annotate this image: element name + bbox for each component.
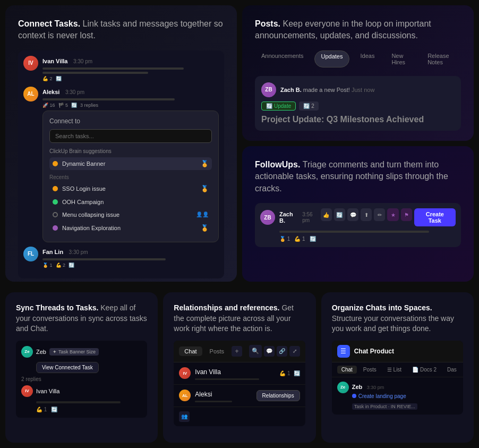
task-label-menu: Menu collapsing issue	[62, 212, 192, 218]
action-share[interactable]: ⬆	[361, 208, 372, 221]
sync-bar	[36, 401, 121, 403]
rel-ivan-reactions: 💪 1 🔄	[279, 370, 300, 376]
msg-name-fanlin: Fan Lin	[42, 249, 63, 255]
task-item-ooh[interactable]: OOH Campaign	[49, 196, 212, 208]
task-link-meta: Task in Product · IN REVIE...	[352, 401, 458, 410]
tab-updates[interactable]: Updates	[314, 50, 350, 67]
reaction-muscle-followup: 💪 1	[294, 236, 305, 242]
task-dot-menu	[53, 212, 58, 217]
avatar-zeb-sync: Ze	[21, 346, 33, 358]
sync-msg-zeb: Ze Zeb ✦ Task Banner Size	[21, 346, 142, 358]
rel-tab-plus[interactable]: +	[232, 346, 242, 357]
tab-new-hires[interactable]: New Hires	[385, 50, 417, 67]
msg-reactions-fanlin: 🏅 1 💪 2 🔄	[42, 263, 219, 268]
brain-suggestions-label: ClickUp Brain suggestions	[49, 148, 212, 154]
msg-content-aleksi: Aleksi 3:30 pm 🚀 16 🏴 5 🔄 3 replies	[42, 87, 219, 108]
msg-name-aleksi: Aleksi	[42, 89, 59, 95]
task-dot-orange	[53, 161, 58, 166]
action-cycle[interactable]: 🔄	[334, 208, 345, 221]
posts-card: Posts. Keep everyone in the loop on impo…	[242, 5, 474, 141]
rel-people-icon: 👥	[179, 411, 190, 422]
org-tab-das[interactable]: Das	[443, 366, 461, 374]
right-column: Posts. Keep everyone in the loop on impo…	[242, 5, 474, 282]
followup-bar	[279, 231, 429, 233]
post-badges: 🔄 Update 🔄 2	[261, 102, 455, 111]
msg-bar-2	[42, 72, 148, 74]
sync-threads-card: Sync Threads to Tasks. Keep all of your …	[5, 292, 158, 443]
msg-time-aleksi: 3:30 pm	[65, 89, 84, 95]
rel-search-icon[interactable]: 🔍	[249, 345, 262, 358]
tab-release-notes[interactable]: Release Notes	[421, 50, 461, 67]
avatar-zeb-org: Ze	[337, 382, 349, 393]
rel-aleksi-content: Aleksi	[195, 389, 252, 402]
followup-msg: ZB Zach B. 3:56 pm 👍 🔄 💬 ⬆ ✏ ★ ⚑ Create …	[260, 208, 456, 226]
task-dot-nav	[53, 225, 58, 231]
action-thumbs[interactable]: 👍	[321, 208, 332, 221]
tab-announcements[interactable]: Announcements	[255, 50, 310, 67]
msg-content-fanlin: Fan Lin 3:30 pm 🏅 1 💪 2 🔄	[42, 247, 219, 268]
rel-ivan-bar	[195, 378, 259, 380]
create-task-button[interactable]: Create Task	[414, 208, 456, 226]
task-item-nav[interactable]: Navigation Exploration 🏅	[49, 222, 212, 234]
action-edit[interactable]: ✏	[374, 208, 385, 221]
rel-tabs-row: Chat Posts + 🔍 💬 🔗 ⤢	[174, 341, 305, 362]
connect-to-title: Connect to	[49, 117, 212, 125]
org-tabs-row: Chat Posts ☰ List 📄 Docs 2 Das	[332, 362, 463, 377]
rel-demo: Chat Posts + 🔍 💬 🔗 ⤢ IV Ivan Villa 💪 1 🔄	[174, 341, 305, 426]
relationships-card: Relationships and references. Get the co…	[163, 292, 315, 443]
badge-update: 🔄 Update	[261, 102, 296, 111]
task-label-nav: Navigation Exploration	[62, 225, 196, 231]
reaction-cycle: 🔄	[56, 76, 62, 81]
avatar-aleksi: AL	[23, 87, 38, 102]
reaction-sync-followup: 🔄	[310, 236, 316, 242]
reaction-muscle: 💪 2	[42, 76, 53, 81]
action-chat[interactable]: 💬	[347, 208, 358, 221]
msg-reactions-ivan: 💪 2 🔄	[42, 76, 219, 81]
org-header: ☰ Chat Product	[332, 341, 463, 362]
badge-num: 🔄 2	[299, 102, 319, 111]
task-icon-nav: 🏅	[201, 224, 209, 232]
posts-tabs: Announcements Updates Ideas New Hires Re…	[255, 50, 461, 67]
action-star[interactable]: ★	[387, 208, 398, 221]
action-flag[interactable]: ⚑	[401, 208, 412, 221]
recents-label: Recents	[49, 174, 212, 180]
reaction-fanlin-1: 🏅 1	[42, 263, 53, 268]
tab-ideas[interactable]: Ideas	[354, 50, 381, 67]
task-item-menu[interactable]: Menu collapsing issue 👤👤	[49, 209, 212, 221]
org-tab-list[interactable]: ☰ List	[383, 366, 406, 374]
avatar-ivan-sync: IV	[21, 385, 33, 397]
avatar-aleksi-rel: AL	[179, 390, 191, 401]
relationships-button[interactable]: Relationships	[256, 390, 300, 401]
org-tab-docs[interactable]: 📄 Docs 2	[408, 366, 441, 374]
rel-chat-ivan: IV Ivan Villa 💪 1 🔄	[174, 362, 305, 385]
task-label-sso: SSO Login issue	[62, 185, 196, 192]
rel-tab-chat[interactable]: Chat	[179, 346, 202, 356]
post-header: ZB Zach B. made a new Post! Just now	[261, 82, 455, 97]
task-dot-sso	[53, 186, 58, 191]
post-item: ZB Zach B. made a new Post! Just now 🔄 U…	[255, 76, 461, 131]
rel-tab-posts[interactable]: Posts	[204, 346, 230, 356]
view-connected-task-button[interactable]: View Connected Task	[36, 362, 99, 373]
reaction-sync: 🔄	[71, 103, 77, 108]
org-demo: ☰ Chat Product Chat Posts ☰ List 📄 Docs …	[332, 341, 463, 415]
post-time: Just now	[352, 87, 374, 93]
org-tab-chat[interactable]: Chat	[337, 366, 357, 374]
sync-name: Zeb	[36, 349, 46, 355]
org-title: Organize Chats into Spaces. Structure yo…	[332, 303, 463, 334]
rel-link-icon: 🔗	[277, 346, 287, 357]
replies-text: 2 replies	[21, 376, 142, 382]
chat-message-fanlin: FL Fan Lin 3:30 pm 🏅 1 💪 2 🔄	[23, 247, 219, 268]
msg-bar-fanlin	[42, 258, 166, 260]
connect-to-popup: Connect to ClickUp Brain suggestions Dyn…	[42, 111, 219, 242]
org-tab-posts[interactable]: Posts	[359, 366, 381, 374]
task-icon-sso: 🏅	[201, 185, 209, 192]
search-tasks-input[interactable]	[49, 129, 212, 143]
followups-demo: ZB Zach B. 3:56 pm 👍 🔄 💬 ⬆ ✏ ★ ⚑ Create …	[255, 203, 461, 247]
task-item-sso[interactable]: SSO Login issue 🏅	[49, 182, 212, 195]
rel-ivan-name: Ivan Villa	[195, 368, 220, 376]
chat-message-aleksi: AL Aleksi 3:30 pm 🚀 16 🏴 5 🔄 3 replies	[23, 87, 219, 108]
task-item-dynamic-banner[interactable]: Dynamic Banner 🏅	[49, 157, 212, 170]
avatar-fanlin: FL	[23, 247, 38, 261]
reaction-fanlin-3: 🔄	[69, 263, 74, 268]
org-msg-author: Zeb	[352, 384, 363, 390]
